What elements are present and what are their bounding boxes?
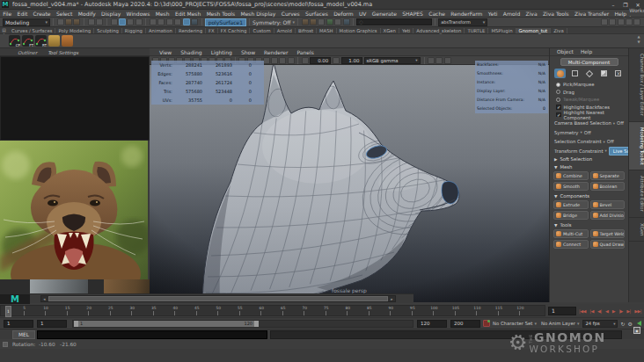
menu-mesh[interactable]: Mesh: [153, 11, 172, 17]
shelf-tab-fx-caching[interactable]: FX Caching: [218, 28, 251, 33]
side-tab-xgen[interactable]: XGen: [629, 218, 644, 242]
play-backwards-button[interactable]: ◀: [605, 308, 608, 314]
viewport-menu-show[interactable]: Show: [237, 49, 260, 55]
separate-button[interactable]: Separate: [590, 171, 626, 180]
viewport-menu-lighting[interactable]: Lighting: [207, 49, 237, 55]
soft-selection-section[interactable]: ▶ Soft Selection: [550, 156, 628, 163]
playback-start-field[interactable]: 1: [37, 320, 67, 328]
left-tab-outliner[interactable]: Outliner: [12, 50, 42, 55]
select-object-icon[interactable]: [119, 18, 126, 25]
thumbnail-1[interactable]: [30, 279, 88, 293]
extrude-button[interactable]: Extrude: [553, 200, 589, 209]
snap-plane-icon[interactable]: [174, 18, 181, 25]
shelf-tab-yeti[interactable]: Yeti: [399, 28, 413, 33]
menu-file[interactable]: File: [0, 11, 14, 17]
playback-loop-icon[interactable]: ↻: [620, 321, 625, 327]
sidebar-tool-settings-icon[interactable]: [609, 18, 616, 25]
shelf-tab-turtle[interactable]: TURTLE: [465, 28, 488, 33]
toolkit-menu-help[interactable]: Help: [577, 49, 596, 54]
sidebar-channel-box-icon[interactable]: [618, 18, 625, 25]
menu-curves[interactable]: Curves: [279, 11, 303, 17]
command-input[interactable]: [37, 330, 267, 339]
sidebar-modeling-toolkit-icon[interactable]: [626, 18, 633, 25]
face-mode-button[interactable]: [598, 69, 610, 78]
shelf-tab-poly-modeling[interactable]: Poly Modeling: [55, 28, 94, 33]
shelf-tab-msplugin[interactable]: MSPlugin: [488, 28, 516, 33]
animation-preferences-icon[interactable]: ⚙: [627, 321, 632, 327]
wireframe-on-shaded-icon[interactable]: [444, 57, 451, 64]
outliner-panel[interactable]: [0, 56, 150, 141]
step-back-key-button[interactable]: ◀|: [597, 308, 602, 314]
shelf-tab-motion-graphics[interactable]: Motion Graphics: [337, 28, 381, 33]
range-start-handle[interactable]: [74, 321, 78, 327]
shelf-tab-gnomon-tut[interactable]: Gnomon_tut: [516, 28, 552, 33]
shelf-tab-rigging[interactable]: Rigging: [122, 28, 146, 33]
shelf-tool-rt-icon[interactable]: RT: [35, 35, 47, 47]
section-mesh[interactable]: ▼Mesh: [550, 163, 628, 171]
render-settings-icon[interactable]: [318, 18, 325, 25]
horizontal-scrollbar[interactable]: ◂ ▸: [40, 295, 396, 302]
quad-draw-button[interactable]: Quad Draw: [590, 240, 626, 249]
menu-display[interactable]: Display: [99, 11, 124, 17]
open-scene-icon[interactable]: [65, 18, 72, 25]
shelf-tab-arnold[interactable]: Arnold: [274, 28, 296, 33]
minimize-button[interactable]: –: [607, 1, 619, 9]
shelf-tab-fx[interactable]: FX: [206, 28, 218, 33]
shelf-grab-tool-icon[interactable]: [48, 35, 60, 47]
viewport-menu-renderer[interactable]: Renderer: [260, 49, 292, 55]
mel-button[interactable]: MEL: [12, 330, 35, 339]
multi-cut-button[interactable]: Multi-Cut: [553, 229, 589, 238]
radio-pick-marquee[interactable]: Pick/Marquee: [550, 81, 628, 89]
shadows-icon[interactable]: [271, 57, 278, 64]
menu-renderfarm[interactable]: RenderFarm: [448, 11, 486, 17]
transform-entry-dropdown[interactable]: absTransform ▾: [438, 18, 487, 26]
shelf-tab-mash[interactable]: MASH: [317, 28, 337, 33]
redo-icon[interactable]: [96, 18, 103, 25]
thumbnail-2[interactable]: [104, 279, 150, 293]
shelf-tab-custom[interactable]: Custom: [250, 28, 274, 33]
motion-blur-icon[interactable]: [288, 57, 295, 64]
anim-layer-dropdown[interactable]: No Anim Layer ▾: [541, 321, 579, 326]
menu-ziva[interactable]: Ziva: [523, 11, 539, 17]
snap-point-icon[interactable]: [166, 18, 173, 25]
ipr-render-icon[interactable]: [310, 18, 317, 25]
menu-yeti[interactable]: Yeti: [486, 11, 501, 17]
shelf-tab-animation[interactable]: Animation: [146, 28, 176, 33]
animation-start-field[interactable]: 1: [4, 320, 33, 328]
menu-edit-mesh[interactable]: Edit Mesh: [172, 11, 204, 17]
save-scene-icon[interactable]: [73, 18, 80, 25]
shelf-tab-advanced-skeleton[interactable]: Advanced_skeleton: [413, 28, 465, 33]
sidebar-attribute-editor-icon[interactable]: [601, 18, 608, 25]
object-mode-button[interactable]: [554, 69, 566, 78]
edge-mode-button[interactable]: [583, 69, 595, 78]
symmetry-dropdown[interactable]: Symmetry: Off ▾: [252, 19, 295, 25]
vertex-mode-button[interactable]: [569, 69, 581, 78]
viewport-menu-panels[interactable]: Panels: [292, 49, 318, 55]
step-back-frame-button[interactable]: |◀: [589, 308, 594, 314]
add-divisions-button[interactable]: Add Divisions: [590, 211, 626, 220]
go-to-end-button[interactable]: ▶▶|: [634, 308, 641, 314]
render-current-frame-icon[interactable]: [302, 18, 309, 25]
shelf-tab-xgen[interactable]: XGen: [381, 28, 399, 33]
menu-arnold[interactable]: Arnold: [501, 11, 523, 17]
multi-component-button[interactable]: Multi-Component: [560, 58, 618, 66]
search-input[interactable]: ◌: [356, 18, 432, 25]
lasso-select-icon[interactable]: [135, 18, 143, 25]
viewport-menu-view[interactable]: View: [155, 49, 176, 55]
menu-windows[interactable]: Windows: [123, 11, 152, 17]
snap-magnet-icon[interactable]: [191, 18, 198, 25]
exposure-field[interactable]: 0.00: [310, 57, 331, 64]
menu-cache[interactable]: Cache: [426, 11, 448, 17]
shelf-paint-tool-icon[interactable]: [62, 35, 73, 47]
connect-button[interactable]: Connect: [553, 240, 589, 249]
range-slider-bar[interactable]: 1 120: [74, 321, 259, 327]
left-tab-tool-settings[interactable]: Tool Settings: [42, 50, 84, 55]
set-key-icon[interactable]: [483, 320, 490, 327]
isolate-select-icon[interactable]: [428, 57, 435, 64]
shelf-tab-ziva[interactable]: Ziva: [551, 28, 567, 33]
menu-ziva-transfer[interactable]: Ziva Transfer: [572, 11, 611, 17]
xray-icon[interactable]: [435, 57, 443, 64]
bridge-button[interactable]: Bridge: [553, 211, 589, 220]
menu-ziva-tools[interactable]: Ziva Tools: [540, 11, 572, 17]
step-forward-key-button[interactable]: |▶: [618, 308, 623, 314]
